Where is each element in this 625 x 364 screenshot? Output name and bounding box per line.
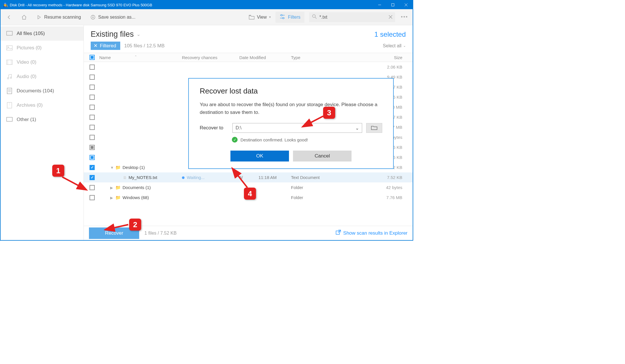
app-icon: 🧑‍🔧	[3, 2, 8, 7]
home-icon	[21, 14, 27, 20]
check-circle-icon: ✓	[232, 137, 238, 143]
row-checkbox[interactable]	[90, 115, 95, 120]
minimize-button[interactable]	[373, 1, 386, 9]
sort-arrow-icon: ⌃	[134, 55, 137, 59]
destination-select[interactable]: D:\ ⌄	[232, 123, 362, 133]
row-checkbox[interactable]	[90, 155, 95, 160]
clear-search-icon[interactable]	[389, 15, 392, 20]
caret-down-icon[interactable]: ▼	[110, 166, 114, 170]
resume-scanning-button[interactable]: Resume scanning	[34, 13, 83, 22]
more-button[interactable]: •••	[400, 14, 409, 20]
main-panel: Existing files ⌄ 1 selected ✕ Filtered 1…	[84, 25, 413, 240]
table-row-my-notes[interactable]: 🗎My_NOTES.txt Waiting... 6/ 11:18 AM Tex…	[84, 172, 413, 182]
resume-label: Resume scanning	[44, 15, 81, 20]
close-icon[interactable]: ✕	[94, 43, 98, 49]
row-checkbox[interactable]	[90, 85, 95, 90]
stack-icon	[6, 30, 13, 37]
document-icon	[6, 88, 13, 94]
row-checkbox[interactable]	[90, 75, 95, 80]
music-icon	[6, 73, 13, 80]
caret-right-icon[interactable]: ▶	[110, 186, 114, 190]
image-icon	[6, 45, 13, 51]
annotation-marker-1: 1	[52, 165, 64, 177]
sidebar-item-video[interactable]: Video (0)	[1, 55, 84, 69]
row-checkbox[interactable]	[90, 65, 95, 70]
svg-rect-22	[7, 88, 12, 94]
row-checkbox[interactable]	[90, 165, 95, 170]
sidebar-label: Documents (104)	[17, 88, 54, 94]
view-dropdown[interactable]: View ▾	[249, 14, 271, 20]
sidebar-item-audio[interactable]: Audio (0)	[1, 69, 84, 84]
save-session-button[interactable]: Save session as...	[88, 13, 138, 22]
window-title: Disk Drill - All recovery methods - Hard…	[10, 3, 373, 7]
main-title[interactable]: Existing files ⌄	[91, 30, 140, 39]
row-checkbox[interactable]	[90, 105, 95, 110]
column-type[interactable]: Type	[291, 55, 337, 60]
folder-icon	[249, 14, 255, 20]
close-button[interactable]	[399, 1, 413, 9]
browse-button[interactable]	[366, 123, 382, 133]
svg-line-10	[315, 17, 317, 19]
row-checkbox[interactable]	[90, 95, 95, 100]
other-icon	[6, 116, 13, 123]
svg-rect-17	[7, 60, 12, 65]
play-icon	[36, 14, 42, 20]
column-size[interactable]: Size	[337, 55, 409, 60]
row-checkbox[interactable]	[90, 125, 95, 130]
dialog-title: Recover lost data	[200, 87, 382, 96]
sidebar-label: Pictures (0)	[17, 45, 42, 51]
sidebar-item-documents[interactable]: Documents (104)	[1, 84, 84, 98]
chevron-down-icon: ⌄	[137, 32, 140, 37]
sidebar-item-other[interactable]: Other (1)	[1, 112, 84, 127]
svg-rect-15	[7, 46, 12, 50]
row-checkbox[interactable]	[90, 145, 95, 150]
search-input[interactable]	[319, 15, 387, 20]
column-date[interactable]: Date Modified	[239, 55, 291, 60]
show-in-explorer-link[interactable]: Show scan results in Explorer	[336, 230, 407, 236]
sidebar-label: All files (105)	[17, 31, 45, 36]
back-button[interactable]	[4, 13, 14, 22]
rows-container: 2.06 KB 9.49 KB 117 KB 1.06 KB 2.20 MB 1…	[84, 62, 413, 226]
sidebar-item-archives[interactable]: Archives (0)	[1, 98, 84, 112]
filtered-chip[interactable]: ✕ Filtered	[91, 42, 120, 50]
select-all-button[interactable]: Select all ⌄	[383, 43, 406, 48]
column-recovery[interactable]: Recovery chances	[182, 55, 239, 60]
svg-point-6	[281, 14, 282, 16]
maximize-button[interactable]	[386, 1, 399, 9]
table-header: Name⌃ Recovery chances Date Modified Typ…	[84, 53, 413, 62]
selected-count: 1 selected	[374, 30, 406, 38]
folder-icon: 📁	[115, 165, 121, 170]
svg-point-8	[282, 17, 284, 19]
sidebar-item-all-files[interactable]: All files (105)	[1, 26, 84, 41]
caret-right-icon[interactable]: ▶	[110, 196, 114, 200]
sidebar-item-pictures[interactable]: Pictures (0)	[1, 41, 84, 55]
row-checkbox[interactable]	[90, 175, 95, 180]
folder-icon	[371, 125, 377, 131]
sidebar-label: Audio (0)	[17, 74, 36, 79]
filters-button[interactable]: Filters	[275, 12, 305, 23]
sliders-icon	[279, 14, 285, 20]
row-checkbox[interactable]	[90, 195, 95, 200]
video-icon	[6, 59, 13, 65]
folder-icon: 📁	[115, 195, 121, 200]
cancel-button[interactable]: Cancel	[293, 151, 352, 161]
save-session-label: Save session as...	[98, 15, 135, 20]
open-external-icon	[336, 230, 341, 236]
search-box[interactable]	[309, 12, 395, 22]
row-checkbox[interactable]	[90, 135, 95, 140]
svg-point-9	[312, 15, 315, 17]
select-all-checkbox[interactable]	[90, 55, 95, 60]
ok-button[interactable]: OK	[230, 151, 289, 161]
column-name[interactable]: Name⌃	[97, 55, 182, 60]
sidebar-label: Video (0)	[17, 59, 36, 65]
search-icon	[312, 14, 317, 20]
archive-icon	[6, 102, 13, 108]
chevron-down-icon: ⌄	[355, 125, 359, 131]
home-button[interactable]	[19, 13, 29, 22]
table-row[interactable]: 2.06 KB	[84, 62, 413, 72]
toolbar: Resume scanning Save session as... View …	[1, 9, 413, 25]
file-stats: 105 files / 12.5 MB	[124, 43, 165, 49]
sidebar-label: Other (1)	[17, 117, 36, 122]
row-checkbox[interactable]	[90, 185, 95, 190]
sidebar-label: Archives (0)	[17, 102, 43, 108]
